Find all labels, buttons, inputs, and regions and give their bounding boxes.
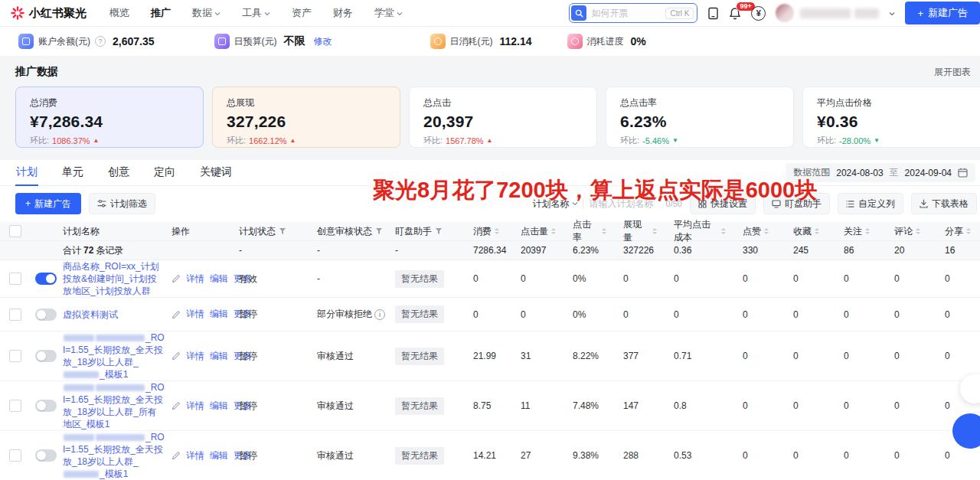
edit-name-icon[interactable]: [172, 351, 181, 361]
col-header-name[interactable]: 计划名称: [61, 225, 168, 238]
col-header-ops[interactable]: 操作: [168, 225, 236, 238]
plan-enable-toggle[interactable]: [35, 400, 57, 412]
sort-icon[interactable]: [551, 226, 556, 237]
tab-关键词[interactable]: 关键词: [199, 160, 233, 185]
plan-name-link[interactable]: _ROI=1.55_长期投放_全天投放_18岁以上人群__模板1: [63, 331, 165, 380]
tab-单元[interactable]: 单元: [61, 160, 84, 185]
nav-item-财务[interactable]: 财务: [333, 6, 353, 20]
col-header-metric-6[interactable]: 收藏: [779, 225, 830, 238]
ratio-value: 1567.78%: [446, 136, 484, 145]
user-menu-caret-icon[interactable]: [889, 6, 895, 20]
detail-link[interactable]: 详情: [186, 400, 204, 413]
col-header-metric-8[interactable]: 评论: [880, 225, 931, 238]
edit-name-icon[interactable]: [172, 274, 181, 283]
sort-icon[interactable]: [721, 226, 726, 237]
detail-link[interactable]: 详情: [186, 308, 204, 321]
new-ad-button-top[interactable]: +新建广告: [905, 2, 980, 24]
progress-icon: [567, 34, 583, 49]
edit-name-icon[interactable]: [172, 451, 181, 460]
stat-card-平均点击价格[interactable]: 平均点击价格¥0.36环比:-28.00%▼: [802, 87, 980, 148]
nav-item-数据[interactable]: 数据: [192, 6, 220, 20]
edit-link[interactable]: 编辑: [210, 308, 228, 321]
nav-item-学堂[interactable]: 学堂: [374, 6, 403, 20]
row-checkbox[interactable]: [9, 273, 21, 285]
finance-yen-icon[interactable]: ¥: [751, 6, 766, 21]
nav-item-推广[interactable]: 推广: [151, 6, 171, 20]
sort-icon[interactable]: [495, 226, 499, 237]
col-header-metric-9[interactable]: 分享: [931, 225, 980, 238]
col-header-metric-1[interactable]: 点击量: [507, 225, 559, 238]
col-header-metric-2[interactable]: 点击率: [559, 218, 609, 244]
sort-icon[interactable]: [966, 226, 971, 237]
col-header-metric-3[interactable]: 展现量: [609, 218, 660, 244]
search-input[interactable]: [586, 8, 665, 18]
filter-icon[interactable]: [375, 227, 383, 235]
plan-name-link[interactable]: _ROI=1.65_长期投放_全天投放_18岁以上人群_所有地区_模板1: [63, 381, 165, 430]
stat-card-总点击率[interactable]: 总点击率6.23%环比:-5.46%▼: [606, 87, 794, 148]
col-header-metric-0[interactable]: 消费: [459, 225, 507, 238]
detail-link[interactable]: 详情: [186, 449, 204, 462]
device-icon[interactable]: [707, 7, 719, 20]
user-avatar[interactable]: [776, 4, 794, 22]
plan-enable-toggle[interactable]: [35, 273, 57, 285]
info-icon[interactable]: i: [374, 309, 385, 320]
detail-link[interactable]: 详情: [186, 350, 204, 363]
creative-status-text: -: [317, 273, 320, 284]
nav-item-概览[interactable]: 概览: [109, 6, 129, 20]
expand-chart-link[interactable]: 展开图表: [934, 66, 971, 79]
sort-icon[interactable]: [764, 226, 769, 237]
plan-name-link[interactable]: 虚拟资料测试: [63, 309, 118, 321]
info-icon[interactable]: ?: [95, 36, 106, 47]
col-header-assistant[interactable]: 盯盘助手: [392, 225, 459, 238]
row-checkbox[interactable]: [9, 309, 21, 321]
edit-name-icon[interactable]: [172, 310, 181, 319]
col-header-creative[interactable]: 创意审核状态: [314, 225, 392, 238]
detail-link[interactable]: 详情: [186, 273, 204, 286]
sort-icon[interactable]: [815, 226, 819, 237]
metric-value: 0: [779, 351, 830, 361]
new-ad-button[interactable]: +新建广告: [15, 193, 81, 214]
modify-link[interactable]: 修改: [314, 35, 332, 48]
filter-icon[interactable]: [279, 227, 286, 235]
row-checkbox[interactable]: [9, 449, 21, 462]
col-header-metric-4[interactable]: 平均点击成本: [660, 218, 729, 244]
plan-name-link[interactable]: _ROI=1.55_长期投放_全天投放_18岁以上人群__模板1: [63, 431, 165, 480]
custom-columns-button[interactable]: 自定义列: [838, 193, 903, 214]
nav-item-资产[interactable]: 资产: [292, 6, 312, 20]
plan-enable-toggle[interactable]: [35, 309, 57, 321]
plan-enable-toggle[interactable]: [35, 350, 57, 362]
edit-link[interactable]: 编辑: [210, 400, 228, 413]
sort-icon[interactable]: [865, 226, 870, 237]
global-search-box[interactable]: Ctrl K: [569, 3, 697, 23]
sort-icon[interactable]: [602, 226, 606, 237]
download-table-button[interactable]: 下载表格: [911, 193, 977, 214]
stat-card-总展现[interactable]: 总展现327,226环比:1662.12%▲: [212, 87, 400, 148]
bell-icon[interactable]: 99+: [729, 7, 741, 20]
row-checkbox[interactable]: [9, 350, 21, 362]
tab-定向[interactable]: 定向: [153, 160, 176, 185]
sort-icon[interactable]: [916, 226, 920, 237]
arrow-down-icon: ▼: [874, 138, 880, 144]
row-checkbox[interactable]: [9, 400, 21, 412]
metric-value: 0: [660, 273, 729, 284]
sort-icon[interactable]: [652, 226, 657, 237]
plan-name-link[interactable]: 商品名称_ROI=xx_计划投放&创建时间_计划投放地区_计划投放人群: [63, 260, 165, 297]
select-all-checkbox[interactable]: [9, 225, 21, 237]
tab-创意[interactable]: 创意: [107, 160, 130, 185]
filter-icon[interactable]: [435, 227, 443, 235]
col-header-metric-5[interactable]: 点赞: [729, 225, 779, 238]
edit-link[interactable]: 编辑: [210, 350, 228, 363]
plan-enable-toggle[interactable]: [35, 449, 57, 462]
edit-link[interactable]: 编辑: [210, 449, 228, 462]
stat-card-总点击[interactable]: 总点击20,397环比:1567.78%▲: [409, 87, 597, 148]
plan-filter-button[interactable]: 计划筛选: [89, 193, 155, 214]
tab-计划[interactable]: 计划: [15, 160, 38, 185]
col-header-metric-7[interactable]: 关注: [830, 225, 880, 238]
stat-card-value: 6.23%: [620, 113, 779, 131]
stat-card-总消费[interactable]: 总消费¥7,286.34环比:1086.37%▲: [15, 87, 204, 148]
edit-name-icon[interactable]: [172, 401, 181, 410]
col-header-status[interactable]: 计划状态: [236, 225, 314, 238]
edit-link[interactable]: 编辑: [210, 273, 228, 286]
app-logo[interactable]: 小红书聚光: [11, 6, 87, 21]
nav-item-工具[interactable]: 工具: [242, 6, 270, 20]
